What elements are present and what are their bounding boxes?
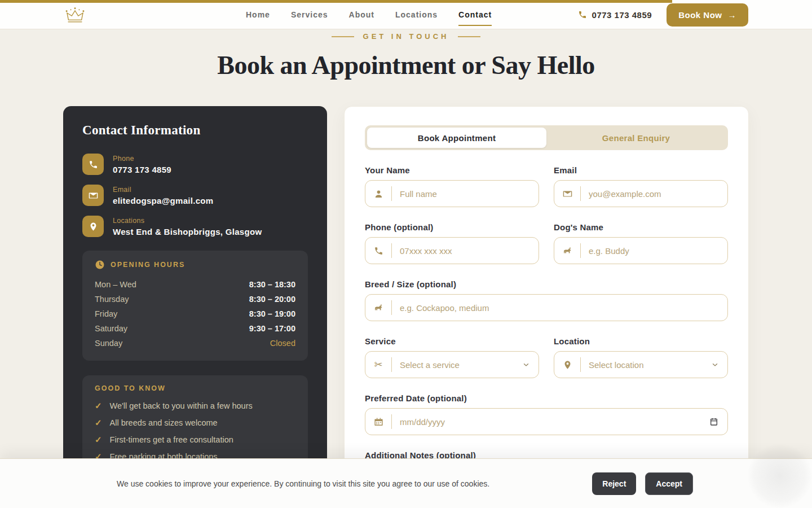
scroll-progress-bar bbox=[0, 0, 672, 3]
contact-value-email: elitedogspa@gmail.com bbox=[113, 196, 213, 205]
good-to-know-title: GOOD TO KNOW bbox=[95, 384, 166, 392]
map-pin-icon bbox=[82, 216, 104, 237]
book-now-button[interactable]: Book Now → bbox=[667, 3, 748, 27]
envelope-icon bbox=[554, 189, 580, 199]
book-now-label: Book Now bbox=[678, 10, 722, 20]
tab-book-appointment[interactable]: Book Appointment bbox=[367, 128, 546, 148]
email-label: Email bbox=[554, 165, 728, 175]
good-to-know-text: We'll get back to you within a few hours bbox=[110, 397, 253, 414]
calendar-picker-icon[interactable] bbox=[709, 417, 718, 426]
main-nav: Home Services About Locations Contact bbox=[246, 0, 492, 29]
hours-time: 8:30 – 18:30 bbox=[249, 277, 295, 292]
user-icon bbox=[365, 189, 391, 199]
envelope-icon bbox=[82, 185, 104, 206]
check-icon: ✓ bbox=[95, 397, 102, 414]
nav-item-home[interactable]: Home bbox=[246, 7, 270, 23]
service-select[interactable]: ✂ Select a service bbox=[365, 351, 539, 378]
check-icon: ✓ bbox=[95, 431, 102, 448]
nav-item-locations[interactable]: Locations bbox=[395, 7, 438, 23]
contact-value-phone: 0773 173 4859 bbox=[113, 165, 171, 174]
hours-day: Sunday bbox=[95, 336, 122, 351]
location-select[interactable]: Select location bbox=[554, 351, 728, 378]
hours-row: Sunday Closed bbox=[95, 336, 295, 351]
good-to-know-item: ✓ First-timers get a free consultation bbox=[95, 431, 295, 448]
contact-value-locations: West End & Bishopbriggs, Glasgow bbox=[113, 227, 262, 237]
page-title: Book an Appointment or Say Hello bbox=[0, 50, 812, 80]
nav-item-about[interactable]: About bbox=[349, 7, 374, 23]
section-eyebrow: GET IN TOUCH bbox=[363, 32, 449, 41]
contact-label: Email bbox=[113, 186, 213, 194]
crown-logo-icon[interactable] bbox=[64, 5, 86, 27]
good-to-know-item: ✓ All breeds and sizes welcome bbox=[95, 414, 295, 431]
chevron-down-icon bbox=[712, 361, 718, 368]
map-pin-icon bbox=[554, 360, 580, 370]
contact-label: Phone bbox=[113, 155, 171, 163]
scissors-icon: ✂ bbox=[365, 358, 391, 371]
contact-card-title: Contact Information bbox=[82, 123, 308, 138]
hours-time: 8:30 – 19:00 bbox=[249, 306, 295, 321]
hours-row: Thursday 8:30 – 20:00 bbox=[95, 292, 295, 306]
hours-time: 9:30 – 17:00 bbox=[249, 321, 295, 336]
clock-icon bbox=[95, 260, 105, 270]
phone-field[interactable] bbox=[365, 237, 539, 264]
hours-row: Saturday 9:30 – 17:00 bbox=[95, 321, 295, 336]
email-field[interactable] bbox=[554, 180, 728, 207]
date-field[interactable] bbox=[365, 408, 728, 435]
tab-general-enquiry[interactable]: General Enquiry bbox=[546, 128, 726, 148]
opening-hours-title: OPENING HOURS bbox=[111, 261, 185, 269]
hours-row: Mon – Wed 8:30 – 18:30 bbox=[95, 277, 295, 292]
good-to-know-item: ✓ We'll get back to you within a few hou… bbox=[95, 397, 295, 414]
hours-time: 8:30 – 20:00 bbox=[249, 292, 295, 306]
contact-item-email: Email elitedogspa@gmail.com bbox=[82, 185, 308, 206]
breed-label: Breed / Size (optional) bbox=[365, 279, 728, 289]
cookie-reject-button[interactable]: Reject bbox=[592, 472, 636, 495]
dog-name-input[interactable] bbox=[581, 238, 727, 264]
cookie-accept-button[interactable]: Accept bbox=[645, 472, 693, 495]
hours-day: Saturday bbox=[95, 321, 127, 336]
name-field[interactable] bbox=[365, 180, 539, 207]
header: Home Services About Locations Contact 07… bbox=[0, 0, 812, 29]
phone-input[interactable] bbox=[392, 238, 539, 264]
name-label: Your Name bbox=[365, 165, 539, 175]
cookie-banner: We use cookies to improve your experienc… bbox=[0, 458, 812, 508]
phone-icon bbox=[578, 10, 587, 19]
service-select-value: Select a service bbox=[392, 360, 523, 370]
form-tabs: Book Appointment General Enquiry bbox=[365, 125, 728, 150]
dog-name-field[interactable] bbox=[554, 237, 728, 264]
hours-day: Friday bbox=[95, 306, 117, 321]
cookie-message: We use cookies to improve your experienc… bbox=[117, 479, 489, 488]
header-phone-link[interactable]: 0773 173 4859 bbox=[578, 10, 652, 20]
nav-item-services[interactable]: Services bbox=[291, 7, 328, 23]
nav-item-contact[interactable]: Contact bbox=[458, 7, 492, 23]
opening-hours-card: OPENING HOURS Mon – Wed 8:30 – 18:30 Thu… bbox=[82, 251, 308, 361]
contact-information-card: Contact Information Phone 0773 173 4859 … bbox=[63, 106, 327, 501]
chevron-down-icon bbox=[523, 361, 529, 368]
eyebrow-line-left bbox=[332, 36, 354, 37]
phone-label: Phone (optional) bbox=[365, 222, 539, 232]
dog-name-label: Dog's Name bbox=[554, 222, 728, 232]
name-input[interactable] bbox=[392, 181, 539, 207]
good-to-know-text: First-timers get a free consultation bbox=[110, 431, 233, 448]
phone-icon bbox=[82, 154, 104, 175]
check-icon: ✓ bbox=[95, 414, 102, 431]
calendar-icon bbox=[365, 417, 391, 427]
service-label: Service bbox=[365, 336, 539, 346]
date-input[interactable] bbox=[392, 409, 709, 435]
dog-icon bbox=[554, 246, 580, 256]
location-label: Location bbox=[554, 336, 728, 346]
date-label: Preferred Date (optional) bbox=[365, 393, 728, 403]
dog-icon bbox=[365, 303, 391, 313]
breed-input[interactable] bbox=[392, 295, 727, 321]
contact-label: Locations bbox=[113, 217, 262, 225]
hours-day: Thursday bbox=[95, 292, 129, 306]
contact-item-locations: Locations West End & Bishopbriggs, Glasg… bbox=[82, 216, 308, 237]
hero-section: GET IN TOUCH Book an Appointment or Say … bbox=[0, 29, 812, 80]
good-to-know-text: All breeds and sizes welcome bbox=[110, 414, 218, 431]
breed-field[interactable] bbox=[365, 294, 728, 321]
hours-row: Friday 8:30 – 19:00 bbox=[95, 306, 295, 321]
eyebrow-line-right bbox=[458, 36, 480, 37]
email-input[interactable] bbox=[581, 181, 727, 207]
phone-icon bbox=[365, 246, 391, 256]
location-select-value: Select location bbox=[581, 360, 712, 370]
contact-item-phone: Phone 0773 173 4859 bbox=[82, 154, 308, 175]
